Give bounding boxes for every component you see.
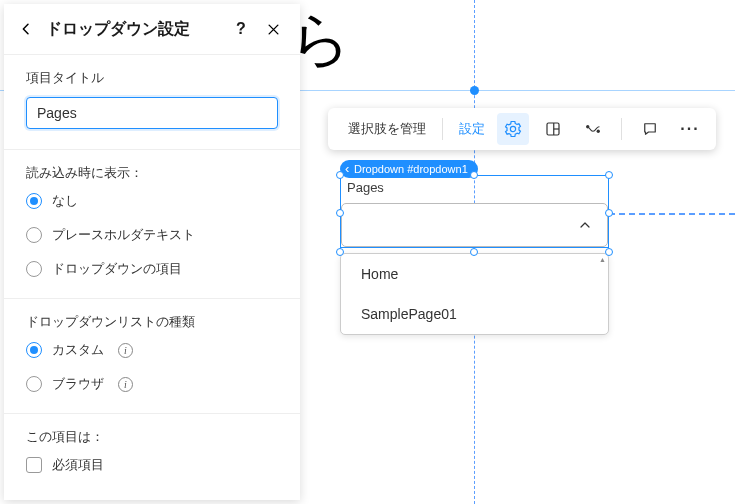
- back-button[interactable]: [16, 19, 36, 39]
- radio-icon: [26, 193, 42, 209]
- load-display-group: なし プレースホルダテキスト ドロップダウンの項目: [26, 192, 278, 278]
- manage-options-button[interactable]: 選択肢を管理: [344, 114, 430, 144]
- separator: [442, 118, 443, 140]
- this-field-label: この項目は：: [26, 428, 278, 446]
- resize-handle[interactable]: [605, 171, 613, 179]
- svg-point-4: [597, 130, 600, 133]
- comment-icon: [641, 120, 659, 138]
- guide-horizontal-2: [609, 213, 735, 215]
- animation-icon: [584, 120, 602, 138]
- settings-button[interactable]: 設定: [455, 114, 489, 144]
- checkbox-label: 必須項目: [52, 456, 104, 474]
- resize-handle[interactable]: [336, 171, 344, 179]
- field-title-label: 項目タイトル: [26, 69, 278, 87]
- load-option-dropdown-item[interactable]: ドロップダウンの項目: [26, 260, 278, 278]
- separator: [621, 118, 622, 140]
- layout-icon: [544, 120, 562, 138]
- checkbox-icon: [26, 457, 42, 473]
- info-icon[interactable]: i: [118, 377, 133, 392]
- load-option-none[interactable]: なし: [26, 192, 278, 210]
- radio-icon: [26, 342, 42, 358]
- element-toolbar: 選択肢を管理 設定 ···: [328, 108, 716, 150]
- chevron-up-icon: [577, 217, 593, 233]
- radio-icon: [26, 227, 42, 243]
- guide-center-dot: [470, 86, 479, 95]
- radio-icon: [26, 376, 42, 392]
- resize-handle[interactable]: [605, 248, 613, 256]
- info-icon[interactable]: i: [118, 343, 133, 358]
- radio-label: カスタム: [52, 341, 104, 359]
- resize-handle[interactable]: [470, 171, 478, 179]
- svg-point-3: [586, 125, 589, 128]
- required-checkbox-item[interactable]: 必須項目: [26, 456, 278, 474]
- resize-handle[interactable]: [336, 248, 344, 256]
- panel-title: ドロップダウン設定: [46, 19, 220, 40]
- list-type-label: ドロップダウンリストの種類: [26, 313, 278, 331]
- close-button[interactable]: [262, 18, 284, 40]
- resize-handle[interactable]: [605, 209, 613, 217]
- animation-button[interactable]: [577, 113, 609, 145]
- help-button[interactable]: ?: [230, 18, 252, 40]
- gear-icon: [504, 120, 522, 138]
- radio-label: なし: [52, 192, 78, 210]
- list-type-group: カスタム i ブラウザ i: [26, 341, 278, 393]
- radio-label: ドロップダウンの項目: [52, 260, 182, 278]
- dropdown-option[interactable]: Home: [341, 254, 608, 294]
- layout-button[interactable]: [537, 113, 569, 145]
- gear-button[interactable]: [497, 113, 529, 145]
- chevron-left-icon: [18, 21, 34, 37]
- more-icon: ···: [680, 120, 699, 138]
- section-this-field: この項目は： 必須項目: [4, 413, 300, 494]
- load-option-placeholder[interactable]: プレースホルダテキスト: [26, 226, 278, 244]
- comment-button[interactable]: [634, 113, 666, 145]
- selection-tag[interactable]: Dropdown #dropdown1: [340, 160, 478, 178]
- required-group: 必須項目: [26, 456, 278, 474]
- radio-label: プレースホルダテキスト: [52, 226, 195, 244]
- load-display-label: 読み込み時に表示：: [26, 164, 278, 182]
- settings-panel: ドロップダウン設定 ? 項目タイトル 読み込み時に表示： なし プレースホルダテ…: [4, 4, 300, 500]
- resize-handle[interactable]: [470, 248, 478, 256]
- more-button[interactable]: ···: [674, 113, 706, 145]
- list-type-browser[interactable]: ブラウザ i: [26, 375, 278, 393]
- field-title-input[interactable]: [26, 97, 278, 129]
- section-field-title: 項目タイトル: [4, 54, 300, 149]
- dropdown-option[interactable]: SamplePage01: [341, 294, 608, 334]
- scrollbar[interactable]: [600, 258, 606, 272]
- list-type-custom[interactable]: カスタム i: [26, 341, 278, 359]
- dropdown-label: Pages: [341, 176, 608, 203]
- panel-header: ドロップダウン設定 ?: [4, 4, 300, 54]
- radio-icon: [26, 261, 42, 277]
- dropdown-element[interactable]: Pages: [340, 175, 609, 248]
- section-load-display: 読み込み時に表示： なし プレースホルダテキスト ドロップダウンの項目: [4, 149, 300, 298]
- resize-handle[interactable]: [336, 209, 344, 217]
- section-list-type: ドロップダウンリストの種類 カスタム i ブラウザ i: [4, 298, 300, 413]
- radio-label: ブラウザ: [52, 375, 104, 393]
- close-icon: [266, 22, 281, 37]
- dropdown-options-list: Home SamplePage01: [340, 253, 609, 335]
- dropdown-field[interactable]: [341, 203, 608, 247]
